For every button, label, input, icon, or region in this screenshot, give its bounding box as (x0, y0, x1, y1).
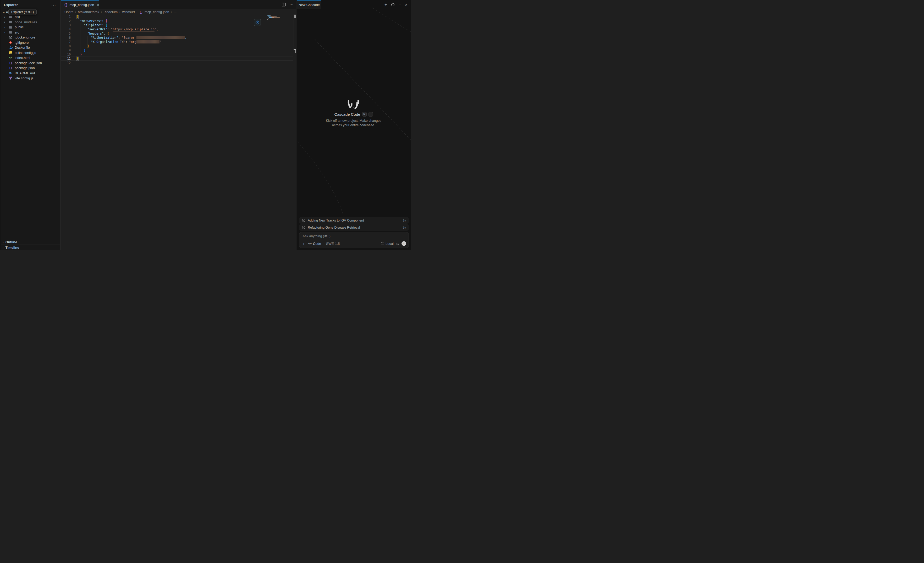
tree-item-label: eslint.config.js (15, 51, 36, 55)
tab-mcp-config[interactable]: {} mcp_config.json × (61, 0, 99, 9)
tree-item-label: vite.config.js (15, 76, 33, 80)
chat-input-placeholder[interactable]: Ask anything (⌘L) (303, 234, 330, 238)
redacted-secret (136, 40, 159, 43)
history-icon[interactable] (390, 3, 395, 7)
breadcrumb-item-Users[interactable]: Users (64, 10, 74, 14)
code-line-10: } (76, 52, 186, 57)
braces-icon: {} (9, 66, 14, 70)
line-number: 6 (61, 36, 71, 40)
tree-item-Dockerfile[interactable]: ›Dockerfile (0, 45, 60, 50)
html-icon: <> (9, 56, 14, 59)
code-token: , (185, 36, 187, 39)
tree-item-.dockerignore[interactable]: ›.dockerignore (0, 35, 60, 40)
tree-item-public[interactable]: ›public (0, 25, 60, 30)
code-token (76, 19, 80, 23)
breadcrumb-item-atakanoztarak[interactable]: atakanoztarak (78, 10, 99, 14)
code-token: } (84, 48, 86, 52)
tree-item-eslint.config.js[interactable]: ›JSeslint.config.js (0, 50, 60, 55)
code-token: } (76, 57, 78, 60)
tree-item-label: index.html (15, 56, 30, 60)
breadcrumb-item-mcp-config-json[interactable]: {} mcp_config.json (140, 10, 169, 14)
mode-selector[interactable]: Code (313, 242, 321, 246)
tree-item-index.html[interactable]: ›<>index.html (0, 55, 60, 60)
tab-new-cascade[interactable]: New Cascade (297, 0, 321, 9)
tree-item-node_modules[interactable]: ›node_modules (0, 19, 60, 25)
json-file-icon: {} (64, 3, 68, 7)
chat-composer[interactable]: Ask anything (⌘L) + <> Code SWE-1.5 Loca… (299, 232, 409, 248)
chevron-down-icon: ⌄ (3, 10, 5, 14)
code-line-2: "mcpServers": { (76, 19, 186, 23)
tree-item-dist[interactable]: ›dist (0, 14, 60, 19)
window-left-edge (0, 0, 1, 250)
location-selector[interactable]: Local (381, 242, 394, 246)
tree-item-package.json[interactable]: ›{}package.json (0, 66, 60, 71)
tree-item-src[interactable]: ›src (0, 30, 60, 35)
conversation-item[interactable]: Refactoring Gene Disease Retrieval1y (299, 224, 409, 231)
timeline-section[interactable]: › Timeline (0, 244, 60, 250)
tree-item-.gitignore[interactable]: ›.gitignore (0, 40, 60, 45)
cascade-more-icon[interactable]: ··· (397, 3, 402, 7)
chevron-right-icon: › (4, 20, 9, 24)
tree-item-vite.config.js[interactable]: ›vite.config.js (0, 76, 60, 81)
code-token: { (105, 19, 107, 23)
conversation-age: 1y (403, 219, 406, 222)
info-button[interactable] (254, 19, 261, 26)
breadcrumb-item--[interactable]: ... (174, 10, 177, 14)
editor-more-icon[interactable]: ⋯ (290, 2, 294, 7)
breadcrumb-item-windsurf[interactable]: windsurf (122, 10, 135, 14)
minimap[interactable] (267, 15, 283, 21)
code-token (76, 32, 87, 35)
line-number: 7 (61, 40, 71, 44)
folder-icon (9, 15, 14, 19)
code-line-9: } (76, 48, 186, 52)
mic-icon[interactable] (396, 242, 399, 246)
editor-group-actions: ⋯ (282, 0, 294, 9)
code-editor[interactable]: { "mcpServers": { "sliplane": { "serverU… (76, 15, 186, 65)
chevron-right-icon: › (3, 240, 4, 244)
hero-title: Cascade Code (334, 112, 360, 117)
explorer-tooltip: Explorer (⇧⌘E) (8, 9, 37, 15)
code-token (76, 40, 91, 44)
tab-close-icon[interactable]: × (97, 3, 99, 7)
code-token (76, 27, 87, 31)
ignore-icon (9, 36, 14, 39)
text-cursor (78, 57, 79, 60)
outline-section[interactable]: › Outline (0, 239, 60, 244)
code-token: : (102, 19, 105, 23)
tree-item-label: dist (15, 15, 20, 19)
code-token: " (154, 27, 156, 31)
md-icon: M↓ (9, 72, 14, 74)
explorer-more-icon[interactable]: ··· (51, 3, 58, 7)
code-token: "X-Organization-Id" (91, 40, 126, 44)
vite-icon (9, 76, 14, 80)
breadcrumb: Users›atakanoztarak›.codeium›windsurf›{}… (64, 9, 177, 15)
code-mode-icon[interactable]: <> (308, 242, 312, 246)
line-number: 11 (61, 57, 71, 61)
tree-item-package-lock.json[interactable]: ›{}package-lock.json (0, 60, 60, 66)
split-editor-icon[interactable] (282, 3, 286, 6)
conversation-item[interactable]: Adding New Tracks to IGV Component1y (299, 217, 409, 224)
send-button[interactable]: ↑ (402, 241, 406, 246)
code-token: "org (129, 40, 136, 44)
code-token: { (76, 15, 78, 19)
cascade-close-icon[interactable]: × (404, 3, 408, 7)
code-token: "Authorization" (91, 36, 118, 39)
line-number: 12 (61, 61, 71, 65)
model-selector[interactable]: SWE-1.5 (326, 242, 340, 246)
attach-plus-icon[interactable]: + (303, 241, 305, 246)
ruler-decoration-stem (295, 50, 296, 53)
cascade-hero: Cascade Code ⌘ . Kick off a new project.… (297, 100, 411, 127)
breadcrumb-item--codeium[interactable]: .codeium (104, 10, 118, 14)
explorer-title: Explorer (4, 3, 18, 7)
code-token: " (111, 27, 113, 31)
tree-item-README.md[interactable]: ›M↓README.md (0, 71, 60, 76)
new-cascade-icon[interactable]: + (384, 3, 388, 7)
code-token: : (107, 27, 111, 31)
chevron-right-icon: › (4, 25, 9, 29)
chevron-right-icon: › (4, 15, 9, 19)
cascade-tab-label: New Cascade (298, 3, 320, 7)
code-token: , (156, 27, 158, 31)
js-icon: JS (9, 51, 14, 54)
tree-item-label: package-lock.json (15, 61, 42, 65)
scrollbar-thumb[interactable] (294, 15, 296, 18)
